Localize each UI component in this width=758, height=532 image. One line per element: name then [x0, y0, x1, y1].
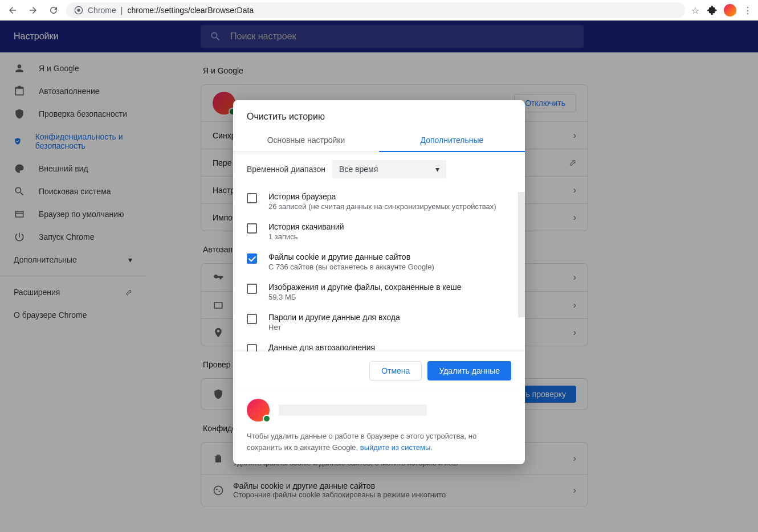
redacted-email [279, 404, 427, 416]
reload-button[interactable] [46, 2, 62, 18]
address-bar[interactable]: Chrome | chrome://settings/clearBrowserD… [66, 2, 685, 18]
checkbox[interactable] [247, 253, 257, 264]
dialog-title: Очистить историю [233, 100, 525, 129]
toolbar-right: ☆ ⋮ [690, 4, 753, 17]
profile-avatar[interactable] [724, 4, 736, 17]
forward-button[interactable] [25, 2, 41, 18]
tab-advanced[interactable]: Дополнительные [379, 129, 525, 152]
extensions-icon[interactable] [707, 5, 718, 16]
menu-icon[interactable]: ⋮ [742, 5, 753, 16]
item-downloads[interactable]: История скачиваний1 запись [233, 216, 525, 247]
cancel-button[interactable]: Отмена [369, 361, 422, 380]
signout-note: Чтобы удалить данные о работе в браузере… [247, 431, 511, 453]
avatar [247, 399, 270, 421]
time-label: Временной диапазон [247, 165, 325, 174]
url-host: Chrome [88, 6, 116, 15]
time-range-row: Временной диапазон Все время ▾ [233, 152, 525, 186]
dialog-body: Временной диапазон Все время ▾ История б… [233, 152, 525, 351]
browser-toolbar: Chrome | chrome://settings/clearBrowserD… [0, 0, 758, 21]
item-autofill[interactable]: Данные для автозаполнения [233, 337, 525, 351]
url-path: chrome://settings/clearBrowserData [127, 6, 254, 15]
delete-button[interactable]: Удалить данные [427, 361, 511, 380]
time-range-select[interactable]: Все время ▾ [332, 160, 446, 178]
item-passwords[interactable]: Пароли и другие данные для входаНет [233, 307, 525, 337]
star-icon[interactable]: ☆ [690, 5, 701, 16]
sync-badge-icon [263, 415, 271, 423]
signout-link[interactable]: выйдите из системы [360, 443, 430, 452]
item-cache[interactable]: Изображения и другие файлы, сохраненные … [233, 277, 525, 307]
back-button[interactable] [5, 2, 21, 18]
checkbox[interactable] [247, 344, 257, 351]
dialog-footer: Чтобы удалить данные о работе в браузере… [233, 390, 525, 464]
dialog-tabs: Основные настройки Дополнительные [233, 129, 525, 152]
checkbox[interactable] [247, 193, 257, 203]
dropdown-icon: ▾ [435, 165, 439, 174]
checkbox[interactable] [247, 314, 257, 324]
modal-overlay: Очистить историю Основные настройки Допо… [0, 21, 758, 532]
dialog-actions: Отмена Удалить данные [233, 351, 525, 390]
checkbox-list: История браузера26 записей (не считая да… [233, 186, 525, 351]
checkbox[interactable] [247, 223, 257, 234]
tab-basic[interactable]: Основные настройки [233, 129, 379, 152]
chrome-icon [74, 6, 83, 15]
item-history[interactable]: История браузера26 записей (не считая да… [233, 186, 525, 216]
item-cookies[interactable]: Файлы cookie и другие данные сайтовС 736… [233, 247, 525, 277]
clear-data-dialog: Очистить историю Основные настройки Допо… [233, 100, 525, 464]
checkbox[interactable] [247, 284, 257, 294]
svg-point-1 [77, 9, 80, 11]
